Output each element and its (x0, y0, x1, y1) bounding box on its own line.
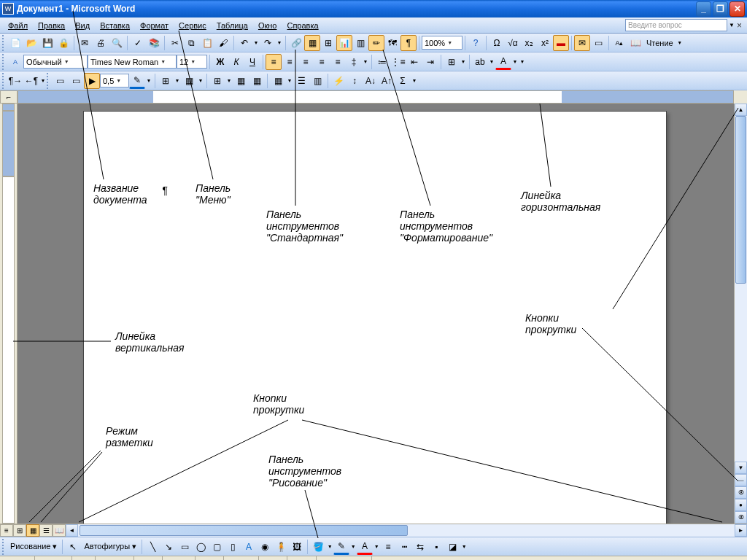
mail-button[interactable]: ✉ (77, 35, 93, 51)
toolbar-options[interactable]: ▼ (519, 59, 526, 64)
menu-window[interactable]: Окно (253, 19, 282, 32)
toolbar-grip[interactable] (47, 73, 50, 89)
sort-asc-button[interactable]: A↓ (363, 73, 379, 89)
scroll-up-button[interactable]: ▲ (735, 104, 747, 116)
styles-button[interactable]: A (7, 54, 23, 70)
next-page-button[interactable]: ⦿ (735, 511, 747, 524)
print-layout-button[interactable]: ▦ (26, 524, 39, 537)
drawing-toggle-button[interactable]: ✏ (368, 35, 384, 51)
vertical-ruler[interactable] (0, 104, 18, 524)
highlight-dropdown[interactable]: ▼ (488, 59, 495, 64)
increase-indent-button[interactable]: ⇥ (422, 54, 438, 70)
hscroll-thumb[interactable] (80, 525, 408, 536)
style-combo[interactable]: Обычный▼ (23, 55, 88, 69)
print-preview-button[interactable]: 🔍 (109, 35, 125, 51)
split-button[interactable]: ▦ (249, 73, 265, 89)
oval-button[interactable]: ◯ (193, 539, 209, 555)
dist-cols-button[interactable]: ▥ (309, 73, 325, 89)
menu-format[interactable]: Формат (135, 19, 174, 32)
diagram-button[interactable]: ◉ (257, 539, 273, 555)
vertical-scrollbar[interactable]: ▲ ▼ — ⦿ ● ⦿ (734, 104, 747, 524)
textbox-button[interactable]: ▢ (209, 539, 225, 555)
drawing-menu[interactable]: Рисование ▾ (7, 542, 60, 551)
help-dropdown-icon[interactable]: ▼ (729, 22, 735, 28)
spellcheck-button[interactable]: ✓ (130, 35, 146, 51)
border-style-button[interactable]: ▭ (52, 73, 68, 89)
permissions-button[interactable]: 🔒 (55, 35, 71, 51)
normal-view-button[interactable]: ≡ (0, 524, 13, 537)
vertical-textbox-button[interactable]: ▯ (225, 539, 241, 555)
align-cells-button[interactable]: ▦ (270, 73, 286, 89)
autosum-button[interactable]: Σ (395, 73, 411, 89)
print-button[interactable]: 🖨 (93, 35, 109, 51)
omega-button[interactable]: Ω (489, 35, 505, 51)
vscroll-thumb[interactable] (735, 116, 746, 284)
insert-table-dd[interactable]: ▼ (225, 78, 233, 83)
menu-help[interactable]: Справка (282, 19, 323, 32)
line-spacing-button[interactable]: ‡ (346, 54, 362, 70)
highlight-button[interactable]: ab (472, 54, 488, 70)
sqrt-button[interactable]: √α (505, 35, 521, 51)
toolbar-grip[interactable] (2, 539, 6, 555)
align-center-button[interactable]: ≡ (282, 54, 298, 70)
wordart-button[interactable]: A (241, 539, 257, 555)
autoshapes-menu[interactable]: Автофигуры ▾ (81, 542, 139, 551)
menu-table[interactable]: Таблица (212, 19, 253, 32)
reading-view-button[interactable]: 📖 (53, 524, 66, 537)
toolbar-options[interactable]: ▼ (676, 40, 684, 45)
insert-excel-button[interactable]: 📊 (336, 35, 352, 51)
insert-table-button[interactable]: ⊞ (320, 35, 336, 51)
arrow-button[interactable]: ↘ (160, 539, 177, 555)
help-button[interactable]: ? (468, 35, 484, 51)
shading-button[interactable]: ▦ (181, 73, 197, 89)
font-combo[interactable]: Times New Roman▼ (88, 55, 177, 69)
undo-dropdown[interactable]: ▼ (252, 40, 260, 45)
border-dd[interactable]: ▼ (174, 78, 181, 83)
minimize-button[interactable]: _ (696, 1, 711, 17)
menu-file[interactable]: Файл (3, 19, 33, 32)
toolbar-grip[interactable] (2, 54, 6, 70)
shading-dd[interactable]: ▼ (197, 78, 204, 83)
shadow-button[interactable]: ▪ (428, 539, 444, 555)
undo-button[interactable]: ↶ (236, 35, 252, 51)
redo-button[interactable]: ↷ (260, 35, 276, 51)
bullets-button[interactable]: ⋮≡ (390, 54, 406, 70)
document-viewport[interactable] (18, 104, 734, 524)
borders-button[interactable]: ⊞ (444, 54, 460, 70)
clipart-button[interactable]: 🧍 (273, 539, 289, 555)
drawing-options[interactable]: ▼ (460, 544, 468, 549)
horizontal-scrollbar[interactable]: ◄ ► (66, 524, 747, 537)
prev-page-button[interactable]: ⦿ (735, 486, 747, 499)
close-button[interactable]: ✕ (729, 1, 745, 17)
underline-button[interactable]: Ч (244, 54, 260, 70)
scroll-down-button[interactable]: ▼ (735, 462, 747, 474)
scroll-left-button[interactable]: ◄ (66, 524, 78, 537)
dash-style-button[interactable]: ┅ (396, 539, 412, 555)
picture-button[interactable]: 🖼 (289, 539, 305, 555)
save-button[interactable]: 💾 (39, 35, 55, 51)
redo-dropdown[interactable]: ▼ (276, 40, 283, 45)
align-left-button[interactable]: ≡ (266, 54, 282, 70)
toolbar-grip[interactable] (2, 35, 6, 51)
highlight-color-button[interactable]: ▬ (553, 35, 569, 51)
menu-edit[interactable]: Правка (33, 19, 70, 32)
font-color-dropdown[interactable]: ▼ (511, 59, 519, 64)
border-style2-button[interactable]: ▭ (68, 73, 84, 89)
help-search-box[interactable]: Введите вопрос (625, 19, 727, 31)
font-size-combo[interactable]: 12▼ (177, 55, 207, 69)
rectangle-button[interactable]: ▭ (177, 539, 193, 555)
dist-rows-button[interactable]: ☰ (293, 73, 309, 89)
align-right-button[interactable]: ≡ (298, 54, 314, 70)
fill-color-button[interactable]: 🪣 (310, 539, 326, 555)
paste-button[interactable]: 📋 (199, 35, 215, 51)
subscript-button[interactable]: x₂ (521, 35, 537, 51)
indent-combo[interactable]: 0,5▼ (100, 74, 129, 88)
superscript-button[interactable]: x² (537, 35, 553, 51)
new-doc-button[interactable]: 📄 (7, 35, 23, 51)
scroll-right-button[interactable]: ► (735, 524, 747, 537)
web-view-button[interactable]: ⊞ (13, 524, 26, 537)
extra-options[interactable]: ▼ (411, 78, 418, 83)
maximize-button[interactable]: ❐ (713, 1, 728, 17)
pen-color-button[interactable]: ✎ (129, 73, 145, 89)
zoom-combo[interactable]: 100%▼ (422, 36, 462, 50)
